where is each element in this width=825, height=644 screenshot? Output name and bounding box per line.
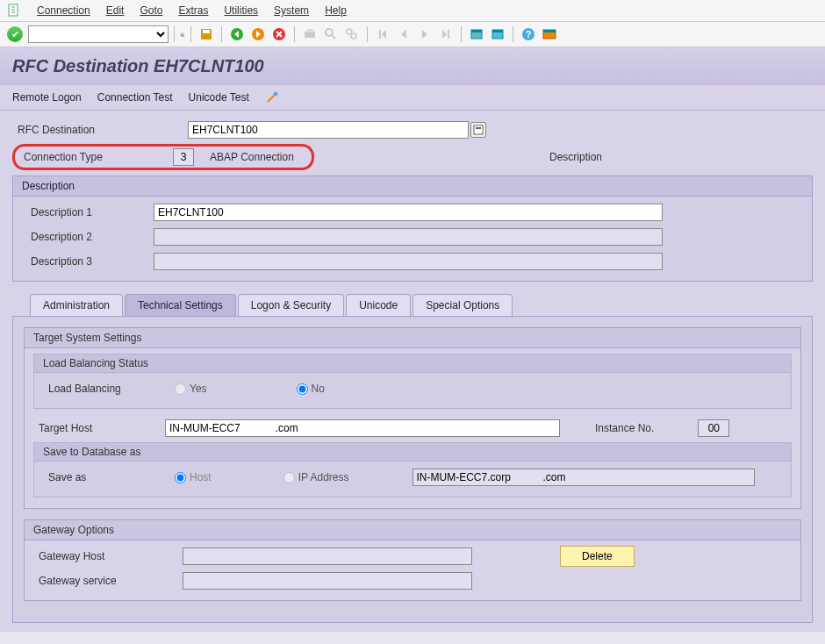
prev-page-button[interactable] (395, 25, 412, 43)
target-system-title: Target System Settings (25, 328, 800, 348)
target-host-label: Target Host (33, 422, 165, 434)
tabstrip: Administration Technical Settings Logon … (12, 294, 813, 623)
page-title: RFC Destination EH7CLNT100 (12, 56, 813, 76)
menu-goto[interactable]: Goto (140, 4, 162, 17)
description1-field[interactable] (154, 204, 663, 221)
svg-point-10 (347, 29, 352, 34)
save-as-ip-option[interactable]: IP Address (283, 471, 349, 483)
description3-field[interactable] (154, 253, 663, 270)
save-button[interactable] (197, 25, 215, 43)
save-db-group: Save to Database as Save as Host IP Addr… (33, 442, 792, 497)
search-help-icon[interactable] (470, 122, 486, 138)
svg-point-8 (326, 29, 333, 36)
load-balancing-yes-radio[interactable] (175, 383, 186, 395)
ip-label: IP Address (298, 471, 349, 483)
menu-utilities[interactable]: Utilities (224, 4, 258, 17)
gateway-service-label: Gateway service (33, 575, 183, 587)
menu-extras[interactable]: Extras (178, 4, 208, 17)
tab-logon-security[interactable]: Logon & Security (238, 294, 344, 316)
svg-rect-16 (492, 30, 503, 32)
menu-bar: Connection Edit Goto Extras Utilities Sy… (0, 0, 825, 22)
next-page-button[interactable] (416, 25, 434, 43)
connection-type-label: Connection Type (18, 151, 173, 163)
menu-connection[interactable]: Connection (37, 4, 90, 17)
gateway-options-title: Gateway Options (25, 520, 800, 540)
delete-button[interactable]: Delete (560, 546, 635, 567)
find-next-button[interactable] (343, 25, 361, 43)
exit-button[interactable] (249, 25, 267, 43)
last-page-button[interactable] (437, 25, 455, 43)
gateway-host-field[interactable] (183, 547, 472, 565)
description2-field[interactable] (154, 228, 663, 246)
app-menu-icon[interactable] (7, 4, 21, 18)
system-toolbar: ✔ « + ? (0, 22, 825, 47)
header-form: RFC Destination Connection Type ABAP Con… (0, 111, 825, 632)
load-balancing-yes-option[interactable]: Yes (175, 383, 207, 395)
instance-no-label: Instance No. (595, 422, 654, 434)
tab-unicode[interactable]: Unicode (346, 294, 411, 316)
cancel-button[interactable] (270, 25, 288, 43)
first-page-button[interactable] (374, 25, 391, 43)
load-balancing-group: Load Balancing Status Load Balancing Yes… (33, 354, 792, 409)
help-button[interactable]: ? (520, 25, 537, 43)
connection-type-highlight: Connection Type ABAP Connection (12, 144, 314, 170)
connection-type-text: ABAP Connection (199, 151, 305, 163)
svg-text:+: + (474, 31, 478, 39)
tab-special-options[interactable]: Special Options (412, 294, 513, 316)
layout-button[interactable] (541, 25, 558, 43)
connection-test-button[interactable]: Connection Test (97, 91, 173, 104)
title-area: RFC Destination EH7CLNT100 (0, 47, 825, 85)
save-as-ip-radio[interactable] (283, 472, 295, 483)
svg-text:?: ? (525, 29, 531, 39)
save-as-host-option[interactable]: Host (175, 471, 212, 483)
print-button[interactable] (301, 25, 319, 43)
description3-label: Description 3 (22, 255, 154, 268)
description1-label: Description 1 (22, 206, 154, 218)
save-as-host-radio[interactable] (175, 472, 186, 483)
find-button[interactable] (322, 25, 340, 43)
save-as-field (412, 469, 755, 486)
back-button[interactable] (228, 25, 246, 43)
create-shortcut-button[interactable] (489, 25, 506, 43)
svg-point-11 (351, 33, 356, 39)
app-toolbar: Remote Logon Connection Test Unicode Tes… (0, 85, 825, 111)
tab-panel-technical: Target System Settings Load Balancing St… (12, 316, 813, 623)
menu-help[interactable]: Help (325, 4, 347, 17)
description-group-title: Description (13, 176, 812, 197)
new-session-button[interactable]: + (468, 25, 485, 43)
command-field[interactable] (28, 25, 169, 43)
host-label: Host (190, 471, 212, 483)
save-db-title: Save to Database as (34, 443, 791, 462)
load-balancing-label: Load Balancing (43, 383, 175, 395)
instance-no-field[interactable] (698, 419, 729, 437)
menu-system[interactable]: System (274, 4, 309, 17)
svg-line-9 (332, 35, 335, 39)
remote-logon-button[interactable]: Remote Logon (12, 91, 82, 104)
svg-rect-2 (203, 30, 210, 33)
tab-technical-settings[interactable]: Technical Settings (125, 294, 236, 316)
description2-label: Description 2 (22, 231, 154, 243)
gateway-service-field[interactable] (183, 572, 472, 590)
rfc-destination-field[interactable] (188, 121, 469, 139)
wizard-icon[interactable] (265, 90, 279, 104)
load-balancing-no-option[interactable]: No (297, 383, 325, 395)
enter-button[interactable]: ✔ (7, 26, 23, 42)
svg-rect-23 (476, 127, 481, 129)
gateway-host-label: Gateway Host (33, 550, 183, 562)
gateway-options-group: Gateway Options Gateway Host Delete Gate… (24, 519, 801, 601)
target-host-field[interactable] (165, 419, 560, 437)
save-as-label: Save as (43, 471, 175, 483)
svg-rect-7 (306, 29, 313, 32)
description-group: Description Description 1 Description 2 … (12, 175, 813, 282)
description-header-label: Description (532, 151, 813, 163)
toolbar-chevron-icon: « (180, 30, 185, 39)
tab-administration[interactable]: Administration (30, 294, 123, 316)
unicode-test-button[interactable]: Unicode Test (189, 91, 249, 104)
svg-rect-22 (474, 125, 483, 134)
menu-edit[interactable]: Edit (106, 4, 125, 17)
load-balancing-status-title: Load Balancing Status (34, 354, 791, 373)
no-label: No (312, 383, 325, 395)
target-system-group: Target System Settings Load Balancing St… (24, 327, 801, 509)
rfc-destination-label: RFC Destination (12, 124, 188, 136)
load-balancing-no-radio[interactable] (297, 383, 308, 395)
